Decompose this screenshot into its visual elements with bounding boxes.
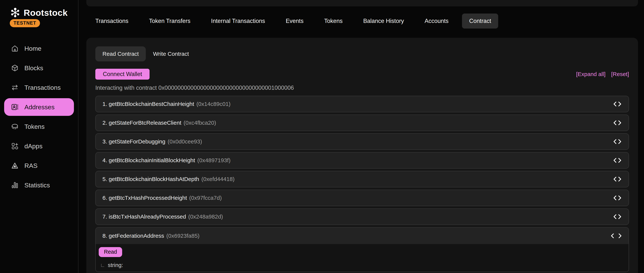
tokens-icon — [11, 123, 19, 130]
sidebar-item-label: Transactions — [24, 84, 60, 91]
sidebar-item-label: RAS — [24, 162, 38, 169]
sidebar-item-label: Blocks — [24, 64, 43, 72]
list-controls: [Expand all] [Reset] — [576, 71, 629, 77]
previous-card-edge — [86, 0, 638, 7]
sidebar-item-dapps[interactable]: dApps — [0, 136, 78, 156]
function-row-4[interactable]: 4. getBtcBlockchainInitialBlockHeight (0… — [95, 152, 629, 169]
output-line: ∟ string: — [99, 262, 622, 268]
code-icon[interactable] — [613, 214, 622, 219]
sidebar-item-home[interactable]: Home — [0, 39, 78, 58]
interacting-with-contract-text: Interacting with contract 0x000000000000… — [95, 85, 294, 91]
function-hash: (0x14c89c01) — [196, 101, 230, 107]
testnet-badge: TESTNET — [10, 19, 40, 27]
tab-tokens[interactable]: Tokens — [324, 18, 342, 25]
sidebar-item-tokens[interactable]: Tokens — [0, 117, 78, 136]
blocks-icon — [11, 64, 19, 72]
sidebar-nav: Home Blocks Transactions — [0, 39, 78, 195]
tab-internal-transactions[interactable]: Internal Transactions — [211, 18, 265, 25]
connect-wallet-button[interactable]: Connect Wallet — [95, 69, 150, 80]
function-title: 1. getBtcBlockchainBestChainHeight — [102, 101, 194, 107]
code-icon[interactable] — [613, 139, 622, 144]
function-row-2[interactable]: 2. getStateForBtcReleaseClient (0xc4fbca… — [95, 115, 629, 131]
function-hash: (0xc4fbca20) — [184, 120, 216, 126]
sidebar: Rootstock TESTNET Home — [0, 0, 78, 273]
function-title: 6. getBtcTxHashProcessedHeight — [102, 195, 187, 201]
function-hash: (0x6923fa85) — [166, 233, 200, 239]
brand-name: Rootstock — [24, 8, 68, 18]
address-tabs: Transactions Token Transfers Internal Tr… — [95, 14, 491, 29]
tab-contract[interactable]: Contract — [462, 14, 498, 29]
tab-read-contract[interactable]: Read Contract — [95, 46, 146, 61]
code-icon[interactable] — [613, 195, 622, 201]
code-icon[interactable] — [610, 233, 622, 239]
sidebar-item-label: Statistics — [24, 182, 50, 189]
function-title: 2. getStateForBtcReleaseClient — [102, 120, 181, 126]
action-row: Connect Wallet [Expand all] [Reset] — [95, 69, 629, 80]
sidebar-item-transactions[interactable]: Transactions — [0, 78, 78, 97]
sidebar-item-label: Addresses — [24, 103, 54, 111]
tab-accounts[interactable]: Accounts — [425, 18, 449, 25]
contract-mode-tabs: Read Contract Write Contract — [95, 46, 189, 61]
expand-all-link[interactable]: [Expand all] — [576, 71, 606, 77]
function-row-1[interactable]: 1. getBtcBlockchainBestChainHeight (0x14… — [95, 96, 629, 112]
statistics-icon — [11, 181, 19, 189]
app: Rootstock TESTNET Home — [0, 0, 644, 273]
sidebar-item-label: Tokens — [24, 123, 45, 130]
function-title: 5. getBtcBlockchainBlockHashAtDepth — [102, 176, 199, 182]
function-title: 7. isBtcTxHashAlreadyProcessed — [102, 213, 186, 220]
tab-events[interactable]: Events — [286, 18, 304, 25]
code-icon[interactable] — [613, 176, 622, 182]
home-icon — [11, 45, 19, 52]
function-hash: (0x0d0cee93) — [168, 138, 202, 145]
function-row-6[interactable]: 6. getBtcTxHashProcessedHeight (0x97fcca… — [95, 190, 629, 206]
tab-transactions[interactable]: Transactions — [95, 18, 128, 25]
read-button[interactable]: Read — [99, 247, 122, 257]
transactions-icon — [11, 84, 19, 91]
function-row-5[interactable]: 5. getBtcBlockchainBlockHashAtDepth (0xe… — [95, 171, 629, 187]
function-list: 1. getBtcBlockchainBestChainHeight (0x14… — [95, 96, 629, 273]
function-hash: (0x97fcca7d) — [189, 195, 222, 201]
function-title: 3. getStateForDebugging — [102, 138, 165, 145]
tab-balance-history[interactable]: Balance History — [363, 18, 404, 25]
sidebar-item-label: Home — [24, 45, 42, 52]
tab-token-transfers[interactable]: Token Transfers — [149, 18, 190, 25]
function-title: 8. getFederationAddress — [102, 233, 164, 239]
function-hash: (0xefd44418) — [201, 176, 234, 182]
tab-write-contract[interactable]: Write Contract — [153, 46, 189, 61]
code-icon[interactable] — [613, 158, 622, 163]
addresses-icon — [11, 103, 19, 111]
reset-link[interactable]: [Reset] — [611, 71, 629, 77]
sidebar-item-addresses[interactable]: Addresses — [4, 98, 74, 116]
ras-icon — [11, 162, 19, 170]
sidebar-item-label: dApps — [24, 143, 42, 150]
output-type-label: string: — [108, 262, 123, 268]
contract-panel: Read Contract Write Contract Connect Wal… — [86, 38, 638, 273]
brand[interactable]: Rootstock — [10, 7, 68, 18]
dapps-icon — [11, 142, 19, 150]
function-body: Read ∟ string: — [96, 244, 628, 272]
function-hash: (0x4897193f) — [198, 157, 230, 164]
rootstock-logo-icon — [10, 7, 21, 18]
code-icon[interactable] — [613, 120, 622, 126]
function-row-8-expanded: 8. getFederationAddress (0x6923fa85) Rea… — [95, 227, 629, 272]
sidebar-item-statistics[interactable]: Statistics — [0, 175, 78, 195]
function-row-7[interactable]: 7. isBtcTxHashAlreadyProcessed (0x248a98… — [95, 208, 629, 225]
function-row-3[interactable]: 3. getStateForDebugging (0x0d0cee93) — [95, 133, 629, 150]
sidebar-item-blocks[interactable]: Blocks — [0, 58, 78, 78]
function-row-8[interactable]: 8. getFederationAddress (0x6923fa85) — [96, 227, 628, 244]
code-icon[interactable] — [613, 101, 622, 107]
function-hash: (0x248a982d) — [188, 213, 223, 220]
function-title: 4. getBtcBlockchainInitialBlockHeight — [102, 157, 195, 164]
sidebar-item-ras[interactable]: RAS — [0, 156, 78, 175]
corner-glyph: ∟ — [100, 262, 105, 268]
